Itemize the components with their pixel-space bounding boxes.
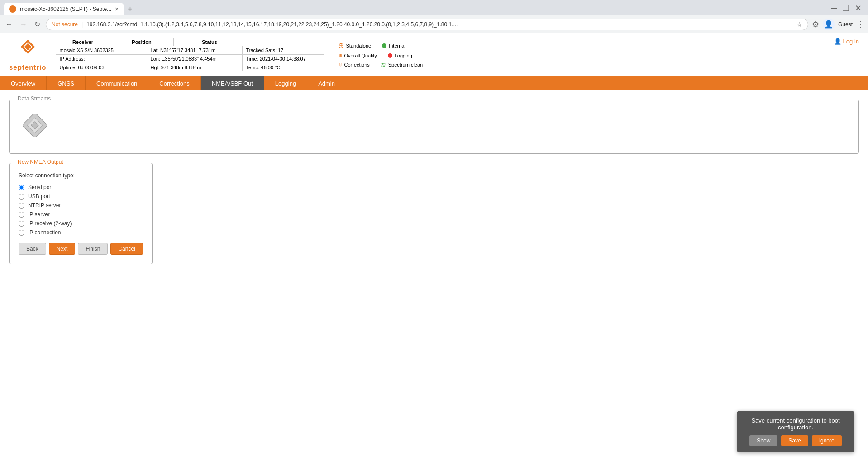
logo-area: septentrio bbox=[9, 38, 47, 71]
corrections-icon: ≋ bbox=[338, 62, 342, 68]
radio-usb-port-input[interactable] bbox=[19, 194, 24, 200]
septentrio-logo-svg bbox=[15, 38, 40, 63]
nmea-output-title: New NMEA Output bbox=[15, 159, 66, 165]
tab-close-btn[interactable]: × bbox=[115, 5, 119, 13]
tracked-sats: Tracked Sats: 17 bbox=[243, 46, 324, 55]
status-row-3: ≋ Corrections ≋ Spectrum clean bbox=[338, 61, 423, 68]
restore-btn[interactable]: ❐ bbox=[839, 3, 852, 13]
wizard-buttons: Back Next Finish Cancel bbox=[19, 243, 143, 255]
radio-ip-receive-input[interactable] bbox=[19, 221, 24, 227]
internal-status: Internal bbox=[382, 41, 405, 50]
login-icon: 👤 bbox=[834, 38, 843, 45]
time: Time: 2021-04-30 14:38:07 bbox=[243, 55, 324, 63]
radio-serial-port[interactable]: Serial port bbox=[19, 184, 143, 190]
logo-text: septentrio bbox=[9, 63, 47, 71]
uptime: Uptime: 0d 00:09:03 bbox=[56, 63, 147, 71]
position-label: Position bbox=[110, 38, 174, 46]
back-button[interactable]: Back bbox=[19, 243, 46, 255]
profile-icon[interactable]: 👤 bbox=[823, 19, 835, 30]
nav-overview[interactable]: Overview bbox=[0, 76, 47, 90]
quality-status: ≋ Overall Quality bbox=[338, 52, 377, 58]
radio-ip-receive[interactable]: IP receive (2-way) bbox=[19, 220, 143, 227]
status-row-2: ≋ Overall Quality Logging bbox=[338, 52, 423, 58]
security-warning: Not secure bbox=[52, 21, 78, 28]
radio-ip-server-input[interactable] bbox=[19, 212, 24, 218]
radio-ip-server[interactable]: IP server bbox=[19, 211, 143, 218]
standalone-status: ⊕ Standalone bbox=[338, 41, 372, 50]
receiver-info: Receiver Position Status mosaic-X5 S/N 3… bbox=[56, 38, 324, 71]
back-btn[interactable]: ← bbox=[4, 19, 14, 30]
data-streams-box: Data Streams bbox=[9, 100, 859, 154]
temp: Temp: 46.00 °C bbox=[243, 63, 324, 71]
quality-icon: ≋ bbox=[338, 52, 342, 58]
spectrum-icon: ≋ bbox=[381, 61, 386, 68]
nav-nmea-sbf[interactable]: NMEA/SBF Out bbox=[201, 76, 264, 90]
radio-serial-port-input[interactable] bbox=[19, 185, 24, 190]
refresh-btn[interactable]: ↻ bbox=[33, 18, 42, 30]
cancel-button[interactable]: Cancel bbox=[110, 243, 143, 255]
connection-type-options: Serial port USB port NTRIP server IP ser… bbox=[19, 184, 143, 236]
nav-communication[interactable]: Communication bbox=[86, 76, 148, 90]
nmea-output-box: New NMEA Output Select connection type: … bbox=[9, 163, 153, 264]
nav-logging[interactable]: Logging bbox=[264, 76, 307, 90]
login-link[interactable]: Log in bbox=[843, 38, 859, 45]
spectrum-label: Spectrum clean bbox=[388, 62, 423, 67]
tab-title: mosaic-X5-3602325 (SEPT) - Septe... bbox=[20, 6, 111, 12]
header: septentrio Receiver Position Status mosa… bbox=[0, 33, 868, 76]
next-button[interactable]: Next bbox=[49, 243, 76, 255]
extensions-icon[interactable]: ⚙ bbox=[812, 19, 819, 29]
usb-port-label: USB port bbox=[28, 193, 50, 200]
logging-status: Logging bbox=[388, 52, 412, 58]
quality-label: Overall Quality bbox=[344, 53, 377, 58]
tab-favicon bbox=[9, 5, 16, 13]
data-streams-icon-area bbox=[19, 109, 849, 142]
lat: Lat: N31°57'17.3481" 7.731m bbox=[147, 46, 242, 55]
forward-btn[interactable]: → bbox=[18, 19, 29, 30]
ip-receive-label: IP receive (2-way) bbox=[28, 220, 72, 227]
active-tab[interactable]: mosaic-X5-3602325 (SEPT) - Septe... × bbox=[4, 3, 124, 15]
finish-button[interactable]: Finish bbox=[78, 243, 108, 255]
standalone-label: Standalone bbox=[346, 43, 372, 48]
spectrum-status: ≋ Spectrum clean bbox=[381, 61, 423, 68]
internal-icon bbox=[382, 43, 386, 48]
minimize-btn[interactable]: ─ bbox=[828, 4, 839, 13]
ntrip-server-label: NTRIP server bbox=[28, 202, 61, 209]
login-area[interactable]: 👤 Log in bbox=[834, 38, 859, 45]
radio-usb-port[interactable]: USB port bbox=[19, 193, 143, 200]
close-window-btn[interactable]: ✕ bbox=[852, 3, 864, 13]
new-tab-btn[interactable]: + bbox=[124, 5, 136, 14]
status-indicators: ⊕ Standalone Internal ≋ Overall Quality … bbox=[338, 41, 423, 68]
ip-label: IP Address: bbox=[56, 55, 147, 63]
radio-ntrip-server[interactable]: NTRIP server bbox=[19, 202, 143, 209]
page: septentrio Receiver Position Status mosa… bbox=[0, 33, 868, 273]
serial-port-label: Serial port bbox=[28, 184, 53, 190]
radio-ntrip-server-input[interactable] bbox=[19, 203, 24, 209]
nav-bar: Overview GNSS Communication Corrections … bbox=[0, 76, 868, 90]
browser-controls: ← → ↻ Not secure | 192.168.3.1/scr?cmd=1… bbox=[0, 15, 868, 33]
nav-admin[interactable]: Admin bbox=[307, 76, 346, 90]
status-label: Status bbox=[174, 38, 246, 46]
bookmark-icon[interactable]: ☆ bbox=[796, 21, 802, 28]
lon: Lon: E35°50'21.0883" 4.454m bbox=[147, 55, 242, 63]
internal-label: Internal bbox=[389, 43, 405, 48]
radio-ip-connection-input[interactable] bbox=[19, 230, 24, 236]
chip-svg bbox=[23, 114, 47, 137]
address-url: 192.168.3.1/scr?cmd=1.1.10.(3).(1,2,3,4,… bbox=[86, 21, 793, 28]
nav-corrections[interactable]: Corrections bbox=[148, 76, 200, 90]
ip-server-label: IP server bbox=[28, 211, 50, 218]
address-bar[interactable]: Not secure | 192.168.3.1/scr?cmd=1.1.10.… bbox=[46, 19, 808, 30]
menu-icon[interactable]: ⋮ bbox=[856, 19, 864, 29]
logging-icon bbox=[388, 53, 392, 58]
standalone-icon: ⊕ bbox=[338, 41, 344, 50]
nav-gnss[interactable]: GNSS bbox=[47, 76, 86, 90]
profile-name[interactable]: Guest bbox=[838, 21, 853, 28]
chip-icon bbox=[23, 114, 47, 137]
hgt: Hgt: 971.348m 8.884m bbox=[147, 63, 242, 71]
ip-connection-label: IP connection bbox=[28, 229, 61, 236]
radio-ip-connection[interactable]: IP connection bbox=[19, 229, 143, 236]
receiver-model: mosaic-X5 S/N 3602325 bbox=[56, 46, 147, 55]
corrections-status: ≋ Corrections bbox=[338, 61, 370, 68]
connection-type-label: Select connection type: bbox=[19, 172, 143, 179]
status-row-1: ⊕ Standalone Internal bbox=[338, 41, 423, 50]
main-content: Data Streams New NMEA Output Select conn… bbox=[0, 90, 868, 273]
